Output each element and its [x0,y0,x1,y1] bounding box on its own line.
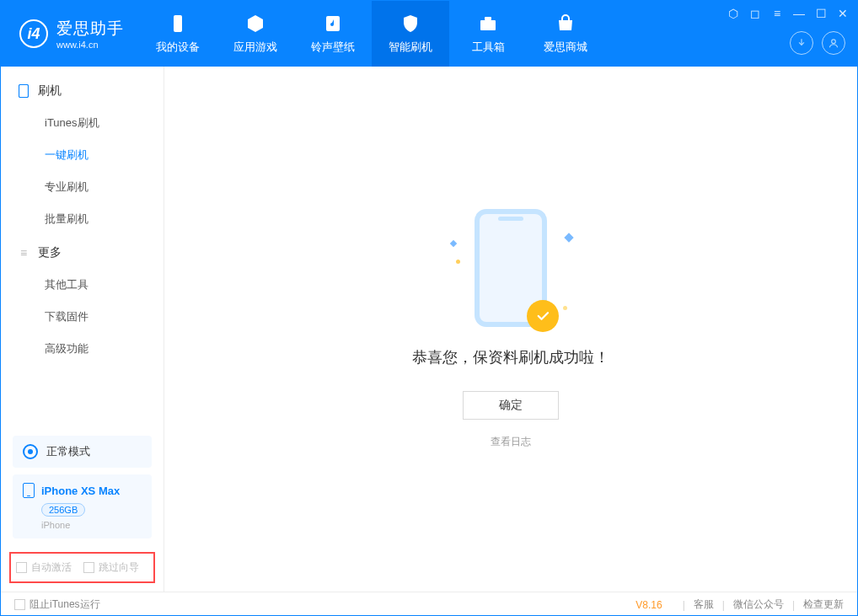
download-button[interactable] [790,31,813,55]
logo: i4 爱思助手 www.i4.cn [1,18,139,50]
menu-icon[interactable]: ≡ [770,6,785,21]
svg-rect-2 [480,20,496,30]
shield-icon [400,13,421,35]
svg-point-4 [832,40,836,44]
feedback-icon[interactable]: ◻ [748,6,763,21]
check-update-link[interactable]: 检查更新 [803,597,844,612]
checkbox-icon [83,562,94,573]
app-header: i4 爱思助手 www.i4.cn 我的设备 应用游戏 铃声壁纸 智能刷机 工具… [1,1,857,67]
svg-rect-3 [485,17,491,20]
checkbox-icon [14,599,25,610]
store-icon [555,13,576,35]
toolbox-icon [477,13,499,35]
mode-label: 正常模式 [46,444,90,459]
sidebar-item-oneclick-flash[interactable]: 一键刷机 [1,139,164,171]
device-phone-icon [23,483,35,498]
wechat-link[interactable]: 微信公众号 [733,597,784,612]
tab-label: 应用游戏 [233,40,277,55]
mode-icon [23,444,38,459]
sidebar-item-batch-flash[interactable]: 批量刷机 [1,203,164,235]
shirt-icon[interactable]: ⬡ [726,6,741,21]
sidebar-header-flash: 刷机 [1,73,164,107]
list-icon: ≡ [18,247,29,259]
sidebar-item-download-firmware[interactable]: 下载固件 [1,301,164,333]
storage-badge: 256GB [41,503,85,517]
app-subtitle: www.i4.cn [56,40,124,50]
device-name: iPhone XS Max [41,485,120,497]
tab-label: 铃声壁纸 [311,40,355,55]
version-label: V8.16 [635,599,662,611]
user-button[interactable] [822,31,845,55]
checkbox-block-itunes[interactable]: 阻止iTunes运行 [14,597,100,612]
success-message: 恭喜您，保资料刷机成功啦！ [412,347,609,367]
header-actions [790,31,845,55]
device-type: iPhone [41,520,142,530]
sidebar-item-pro-flash[interactable]: 专业刷机 [1,171,164,203]
tab-my-device[interactable]: 我的设备 [139,1,217,67]
device-card[interactable]: iPhone XS Max 256GB iPhone [13,474,152,538]
success-illustration [475,209,547,327]
close-icon[interactable]: ✕ [835,6,850,21]
app-title: 爱思助手 [56,18,124,40]
music-icon [322,13,344,35]
minimize-icon[interactable]: — [791,6,807,21]
tab-toolbox[interactable]: 工具箱 [449,1,527,67]
sidebar-item-advanced[interactable]: 高级功能 [1,333,164,365]
titlebar-controls: ⬡ ◻ ≡ — ☐ ✕ [726,6,850,21]
nav-tabs: 我的设备 应用游戏 铃声壁纸 智能刷机 工具箱 爱思商城 [139,1,604,67]
sidebar: 刷机 iTunes刷机 一键刷机 专业刷机 批量刷机 ≡ 更多 其他工具 下载固… [1,67,164,592]
check-icon [527,300,559,332]
cube-icon [244,13,266,35]
tab-flash[interactable]: 智能刷机 [372,1,449,67]
tab-label: 我的设备 [156,40,200,55]
svg-rect-0 [174,15,182,32]
main-content: 恭喜您，保资料刷机成功啦！ 确定 查看日志 [164,67,857,592]
ok-button[interactable]: 确定 [463,391,559,420]
sidebar-item-other-tools[interactable]: 其他工具 [1,269,164,301]
maximize-icon[interactable]: ☐ [813,6,829,21]
svg-rect-5 [19,85,29,98]
phone-icon [18,85,29,97]
tab-label: 智能刷机 [389,40,432,55]
support-link[interactable]: 客服 [694,597,714,612]
tab-label: 爱思商城 [544,40,587,55]
flash-options-highlighted: 自动激活 跳过向导 [9,552,155,583]
logo-icon: i4 [19,19,48,48]
tab-label: 工具箱 [472,40,505,55]
mode-card[interactable]: 正常模式 [13,436,152,468]
sidebar-item-itunes-flash[interactable]: iTunes刷机 [1,107,164,139]
checkbox-auto-activate[interactable]: 自动激活 [16,560,72,575]
tab-apps[interactable]: 应用游戏 [217,1,294,67]
tab-ringtones[interactable]: 铃声壁纸 [294,1,372,67]
checkbox-icon [16,562,27,573]
tab-store[interactable]: 爱思商城 [527,1,604,67]
sidebar-header-more: ≡ 更多 [1,235,164,269]
device-icon [167,13,189,35]
status-bar: 阻止iTunes运行 V8.16 | 客服 | 微信公众号 | 检查更新 [1,592,857,616]
view-log-link[interactable]: 查看日志 [491,435,531,449]
checkbox-skip-guide[interactable]: 跳过向导 [83,560,139,575]
